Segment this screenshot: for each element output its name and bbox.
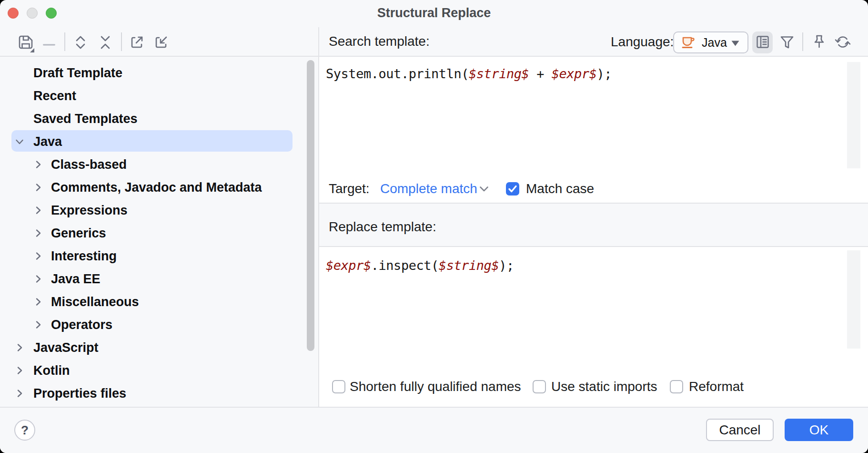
tree-item-java-ee[interactable]: Java EE xyxy=(0,268,318,290)
structural-replace-dialog: Structural Replace xyxy=(0,0,868,453)
search-editor-scrollbar[interactable] xyxy=(847,62,860,168)
collapse-all-button[interactable] xyxy=(101,35,110,51)
checkbox-use-static-imports[interactable] xyxy=(533,380,546,393)
match-case-label[interactable]: Match case xyxy=(526,181,594,196)
tree-item-comments-javadoc-and-metadata[interactable]: Comments, Javadoc and Metadata xyxy=(0,176,318,199)
checkbox-reformat[interactable] xyxy=(670,380,683,393)
templates-tree: Draft Template Recent Saved Templates Ja… xyxy=(0,57,318,408)
tree-item-label: Operators xyxy=(51,318,112,332)
code-text: System.out.println( xyxy=(326,66,469,81)
dropdown-caret-icon xyxy=(731,41,739,46)
expand-all-button[interactable] xyxy=(76,35,85,51)
language-value: Java xyxy=(702,36,727,50)
chevron-icon[interactable] xyxy=(32,205,44,216)
toolbar-separator xyxy=(802,32,803,51)
tree-item-generics[interactable]: Generics xyxy=(0,222,318,245)
tree-item-label: Kotlin xyxy=(33,363,70,378)
ok-button[interactable]: OK xyxy=(785,419,853,441)
footer: ? Cancel OK xyxy=(0,407,868,453)
checkmark-icon xyxy=(506,182,519,196)
tree-item-miscellaneous[interactable]: Miscellaneous xyxy=(0,290,318,313)
help-icon: ? xyxy=(21,423,29,438)
replace-template-code[interactable]: $expr$.inspect($string$); xyxy=(326,259,514,272)
match-case-checkbox[interactable] xyxy=(506,182,519,196)
tree-item-interesting[interactable]: Interesting xyxy=(0,245,318,268)
chevron-icon[interactable] xyxy=(32,182,44,193)
tree-item-label: Recent xyxy=(33,89,76,103)
export-template-button[interactable] xyxy=(129,34,145,52)
tree-item-label: Expressions xyxy=(51,203,128,218)
tree-item-label: Interesting xyxy=(51,249,117,264)
chevron-down-icon[interactable] xyxy=(479,186,489,192)
chevron-icon[interactable] xyxy=(14,365,25,376)
replace-header: Replace template: xyxy=(319,204,868,246)
toolbar-separator xyxy=(121,32,122,51)
chevron-icon[interactable] xyxy=(14,136,25,147)
tree-item-label: Java xyxy=(33,134,62,149)
book-icon xyxy=(756,35,770,49)
chevron-icon[interactable] xyxy=(32,273,44,285)
reset-filters-button[interactable] xyxy=(835,34,851,51)
remove-icon xyxy=(43,43,55,46)
tree-item-label: Miscellaneous xyxy=(51,295,139,309)
chevron-icon[interactable] xyxy=(14,388,25,399)
target-label: Target: xyxy=(329,181,370,196)
save-icon xyxy=(18,33,35,52)
template-variable: $expr$ xyxy=(552,66,597,81)
tree-item-expressions[interactable]: Expressions xyxy=(0,199,318,222)
tree-item-class-based[interactable]: Class-based xyxy=(0,153,318,176)
pin-icon xyxy=(812,34,826,51)
import-icon xyxy=(153,34,169,51)
chevron-icon[interactable] xyxy=(32,159,44,170)
code-text: + xyxy=(529,66,551,81)
replace-editor-scrollbar[interactable] xyxy=(847,250,860,349)
tree-item-label: Saved Templates xyxy=(33,112,138,126)
tree-item-saved-templates[interactable]: Saved Templates xyxy=(0,107,318,130)
tree-item-label: Java EE xyxy=(51,272,101,287)
cancel-button[interactable]: Cancel xyxy=(706,419,774,441)
import-template-button[interactable] xyxy=(153,34,169,52)
template-variable: $string$ xyxy=(469,66,529,81)
remove-template-button[interactable] xyxy=(43,41,55,48)
help-button[interactable]: ? xyxy=(14,420,35,441)
tree-item-java[interactable]: Java xyxy=(0,130,318,153)
language-label: Language: xyxy=(611,34,674,50)
filter-button[interactable] xyxy=(780,36,794,51)
option-label[interactable]: Reformat xyxy=(689,379,744,394)
refresh-icon xyxy=(835,34,851,50)
code-text: .inspect( xyxy=(371,258,439,273)
template-variable: $string$ xyxy=(439,258,499,273)
tree-item-label: Generics xyxy=(51,226,106,241)
tree-scrollbar[interactable] xyxy=(307,60,314,351)
tree-item-kotlin[interactable]: Kotlin xyxy=(0,359,318,382)
save-template-button[interactable] xyxy=(18,33,35,54)
tree-item-javascript[interactable]: JavaScript xyxy=(0,336,318,359)
tree-item-label: Draft Template xyxy=(33,66,122,81)
search-template-code[interactable]: System.out.println($string$ + $expr$); xyxy=(326,67,612,80)
tree-item-properties-files[interactable]: Properties files xyxy=(0,382,318,405)
checkbox-shorten-fully-qualified-names[interactable] xyxy=(332,380,345,393)
target-value-dropdown[interactable]: Complete match xyxy=(380,181,477,196)
chevron-icon[interactable] xyxy=(32,250,44,262)
chevron-icon[interactable] xyxy=(14,342,25,353)
toolbar-separator xyxy=(64,32,65,51)
tree-item-label: Class-based xyxy=(51,157,127,172)
code-text: ); xyxy=(499,258,514,273)
chevron-icon[interactable] xyxy=(32,296,44,308)
window-title: Structural Replace xyxy=(0,0,868,27)
template-variable: $expr$ xyxy=(326,258,371,273)
tree-item-label: Comments, Javadoc and Metadata xyxy=(51,180,262,195)
pin-button[interactable] xyxy=(812,34,826,52)
tree-item-operators[interactable]: Operators xyxy=(0,313,318,336)
option-label[interactable]: Use static imports xyxy=(551,379,657,394)
code-text: ); xyxy=(596,66,612,81)
filter-icon xyxy=(780,36,794,49)
tree-item-draft-template[interactable]: Draft Template xyxy=(0,62,318,84)
existing-templates-toggle[interactable] xyxy=(752,31,773,53)
tree-item-label: Properties files xyxy=(33,386,126,401)
chevron-icon[interactable] xyxy=(32,227,44,239)
chevron-icon[interactable] xyxy=(32,319,44,330)
tree-item-recent[interactable]: Recent xyxy=(0,84,318,107)
language-select[interactable]: Java xyxy=(673,31,748,53)
option-label[interactable]: Shorten fully qualified names xyxy=(350,379,521,394)
